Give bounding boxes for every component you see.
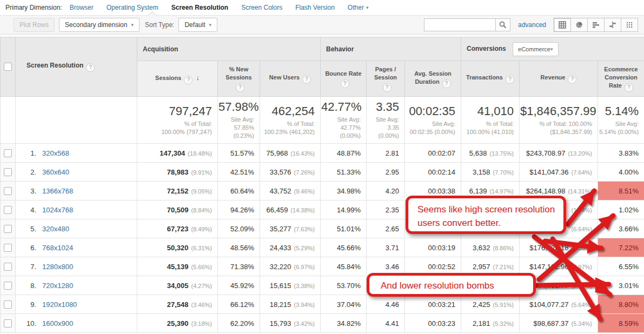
group-header-conversions: Conversions eCommerce ▾	[461, 37, 644, 61]
conversions-label: Conversions	[467, 45, 506, 52]
help-icon[interactable]: ?	[236, 83, 244, 92]
pages-cell: 4.20	[367, 182, 405, 201]
help-icon[interactable]: ?	[184, 76, 192, 84]
dimension-link[interactable]: 1920x1080	[42, 300, 77, 309]
tab-screen-resolution[interactable]: Screen Resolution	[171, 4, 228, 11]
column-header-bounce[interactable]: Bounce Rate?	[321, 61, 367, 97]
help-icon[interactable]: ?	[625, 83, 633, 92]
percent-of-total: (13.75%)	[489, 150, 514, 157]
dimension-link[interactable]: 1024x768	[42, 206, 73, 214]
pivot-view-icon	[626, 21, 633, 29]
performance-view-button[interactable]	[587, 18, 605, 32]
column-header-revenue[interactable]: Revenue?	[520, 61, 598, 97]
search-button[interactable]	[495, 18, 510, 31]
row-checkbox[interactable]	[4, 206, 12, 214]
tab-operating-system[interactable]: Operating System	[107, 4, 158, 11]
comparison-view-button[interactable]	[604, 18, 621, 32]
chevron-down-icon: ▾	[209, 22, 211, 28]
row-checkbox[interactable]	[4, 282, 12, 290]
row-checkbox-cell	[1, 314, 16, 333]
dimension-link[interactable]: 320x568	[42, 149, 69, 157]
primary-dimension-label: Primary Dimension:	[5, 4, 62, 11]
table-view-icon	[559, 21, 566, 29]
conv-cell: 7.22%	[598, 238, 644, 257]
advanced-search-link[interactable]: advanced	[518, 21, 546, 29]
row-number: 3.	[23, 187, 36, 195]
help-icon[interactable]: ?	[86, 63, 95, 72]
conv-cell: 3.01%	[598, 276, 644, 295]
help-icon[interactable]: ?	[506, 75, 514, 84]
tab-other[interactable]: Other	[348, 4, 364, 11]
dimension-link[interactable]: 768x1024	[42, 244, 73, 252]
sort-type-dropdown[interactable]: Default ▾	[178, 18, 217, 32]
help-icon[interactable]: ?	[568, 75, 576, 84]
total-sessions: 797,247% of Total:100.00% (797,247)	[137, 97, 218, 144]
dimension-link[interactable]: 320x480	[42, 225, 69, 233]
dimension-link[interactable]: 720x1280	[42, 282, 73, 290]
dimension-link[interactable]: 1600x900	[42, 319, 73, 328]
row-checkbox[interactable]	[4, 263, 12, 271]
column-header-transactions[interactable]: Transactions?	[461, 61, 520, 97]
row-checkbox[interactable]	[4, 225, 12, 233]
conv-cell: 3.66%	[598, 219, 644, 238]
secondary-dimension-label: Secondary dimension	[65, 21, 127, 29]
pivot-view-button[interactable]	[621, 18, 638, 32]
column-header-pages[interactable]: Pages / Session?	[367, 61, 405, 97]
row-number: 6.	[23, 244, 36, 252]
column-header-sessions[interactable]: Sessions?↓	[137, 61, 218, 97]
new_users-cell: 66,459(14.38%)	[260, 201, 321, 219]
bounce-cell: 34.98%	[321, 182, 367, 201]
plot-rows-button[interactable]: Plot Rows	[14, 18, 55, 32]
row-checkbox[interactable]	[4, 149, 12, 157]
row-number: 5.	[23, 225, 36, 233]
duration-cell: 00:03:23	[405, 314, 461, 333]
dimension-link[interactable]: 360x640	[42, 168, 69, 176]
percentage-view-button[interactable]	[570, 18, 588, 32]
revenue-cell: $243,708.97(13.20%)	[520, 144, 598, 163]
column-header-new_sessions[interactable]: % New Sessions?	[218, 61, 260, 97]
select-all-checkbox[interactable]	[4, 63, 12, 71]
revenue-cell: $141,047.36(7.64%)	[520, 163, 598, 182]
help-icon[interactable]: ?	[341, 79, 349, 88]
pages-cell: 2.65	[367, 219, 405, 238]
bounce-cell: 14.99%	[321, 201, 367, 219]
dimension-cell: 4.1024x768	[16, 201, 137, 219]
percent-of-total: (5.66%)	[191, 264, 212, 270]
row-checkbox[interactable]	[4, 300, 12, 309]
dimension-column-header[interactable]: Screen Resolution?	[16, 37, 137, 97]
table-view-button[interactable]	[554, 18, 571, 32]
help-icon[interactable]: ?	[442, 79, 451, 88]
tab-screen-colors[interactable]: Screen Colors	[241, 4, 282, 11]
help-icon[interactable]: ?	[302, 75, 311, 84]
percent-of-total: (3.42%)	[294, 320, 315, 327]
row-checkbox[interactable]	[4, 319, 12, 328]
column-header-label: Pages / Session	[374, 66, 397, 81]
dimension-link[interactable]: 1366x768	[42, 187, 73, 195]
percent-of-total: (2.43%)	[572, 283, 593, 289]
help-icon[interactable]: ?	[383, 83, 391, 92]
row-checkbox[interactable]	[4, 168, 12, 176]
conv-cell: 8.51%	[598, 182, 644, 201]
table-row: 7.1280x80045,139(5.66%)71.38%32,220(6.97…	[1, 257, 644, 276]
tab-flash-version[interactable]: Flash Version	[295, 4, 335, 11]
totals-checkbox-cell	[1, 97, 16, 144]
secondary-dimension-button[interactable]: Secondary dimension ▾	[59, 18, 140, 32]
column-header-duration[interactable]: Avg. Session Duration?	[405, 61, 461, 97]
tab-browser[interactable]: Browser	[70, 4, 94, 11]
column-header-new_users[interactable]: New Users?	[260, 61, 321, 97]
dimension-cell: 6.768x1024	[16, 238, 137, 257]
row-checkbox[interactable]	[4, 187, 12, 195]
dimension-link[interactable]: 1280x800	[42, 263, 73, 271]
row-checkbox-cell	[1, 201, 16, 219]
column-header-conv[interactable]: Ecommerce Conversion Rate?	[598, 61, 644, 97]
conversions-type-dropdown[interactable]: eCommerce ▾	[513, 42, 558, 56]
column-header-label: Ecommerce Conversion Rate	[604, 66, 638, 89]
revenue-cell: $104,077.27(5.64%)	[520, 295, 598, 314]
percent-of-total: (8.49%)	[191, 226, 212, 232]
row-checkbox[interactable]	[4, 244, 12, 252]
percent-of-total: (3.46%)	[191, 302, 212, 308]
bounce-cell: 34.82%	[321, 314, 367, 333]
new_sessions-cell: 62.20%	[218, 314, 260, 333]
conversions-type-value: eCommerce	[518, 46, 550, 52]
search-input[interactable]	[424, 18, 495, 31]
